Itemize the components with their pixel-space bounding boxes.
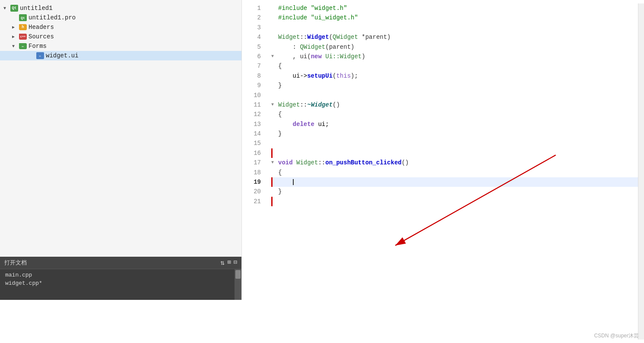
code-line-18: { [271,168,638,177]
code-line-1: #include "widget.h" [271,3,638,13]
ln-11: 11 [242,100,261,110]
ln-1: 1 [242,3,261,13]
open-docs-title: 打开文档 [4,259,27,267]
code-editor: 1 2 3 4 5 6 7 8 9 10 11 12 13 14 15 16 1… [242,0,644,343]
forms-folder-icon [19,43,27,49]
ln-10: 10 [242,91,261,100]
ui-file-icon: ✏ [36,52,44,59]
code-line-4: Widget::Widget(QWidget *parent) [271,32,638,42]
ln-5: 5 [242,42,261,52]
open-docs-header: 打开文档 ⇅ ⊞ ⊟ [0,257,241,269]
sources-folder-icon [19,34,27,40]
ln-21: 21 [242,197,261,206]
tree-item-root[interactable]: ▼ Qt untitled1 [0,3,241,13]
code-line-21 [271,197,638,206]
ln-7: 7 [242,61,261,71]
tree-item-headers[interactable]: ▶ Headers [0,22,241,32]
docs-scroll-thumb[interactable] [235,270,241,279]
ln-17: 17 [242,158,261,167]
panel-grid-btn[interactable]: ⊞ [227,258,231,267]
code-line-7: { [271,61,638,71]
ln-9: 9 [242,81,261,90]
watermark: CSDN @super沐芸 [594,332,639,340]
widget-ui-label: widget.ui [46,52,79,59]
code-content[interactable]: #include "widget.h" #include "ui_widget.… [268,3,638,340]
code-line-2: #include "ui_widget.h" [271,13,638,22]
fold-11[interactable]: ▼ [271,101,278,108]
arrow-sources: ▶ [12,34,19,39]
arrow-forms: ▼ [12,44,19,49]
fold-17[interactable]: ▼ [271,159,278,166]
code-line-3 [271,23,638,32]
arrow-headers: ▶ [12,25,19,30]
ln-12: 12 [242,110,261,119]
open-docs-content: main.cpp widget.cpp* [0,269,241,300]
red-bar-19 [271,177,273,187]
ln-18: 18 [242,168,261,177]
code-line-14: } [271,129,638,138]
doc-item-main[interactable]: main.cpp [3,271,231,279]
code-line-20: } [271,187,638,196]
file-tree: ▼ Qt untitled1 Qt untitled1.pro ▶ Header… [0,0,241,257]
sources-label: Sources [29,33,54,40]
headers-label: Headers [29,24,54,31]
doc-item-widget[interactable]: widget.cpp* [3,279,231,287]
red-bar-16 [271,148,273,158]
editor-scrollbar[interactable] [638,3,644,340]
ln-15: 15 [242,138,261,148]
code-line-10 [271,91,638,100]
arrow-widget-ui [29,53,36,58]
code-line-19[interactable] [271,177,638,187]
fold-6[interactable]: ▼ [271,53,278,60]
open-docs-list: main.cpp widget.cpp* [0,269,235,300]
ln-19: 19 [242,177,261,187]
panel-close-btn[interactable]: ⊟ [234,258,237,267]
pro-icon: Qt [19,14,27,21]
doc-label-main: main.cpp [5,272,32,278]
tree-item-widget-ui[interactable]: ✏ widget.ui [0,51,241,60]
sidebar: ▼ Qt untitled1 Qt untitled1.pro ▶ Header… [0,0,242,300]
doc-label-widget: widget.cpp* [5,280,42,286]
tree-item-sources[interactable]: ▶ Sources [0,32,241,41]
ln-4: 4 [242,32,261,42]
arrow-pro [12,16,19,20]
code-line-6: ▼ , ui(new Ui::Widget) [271,52,638,61]
code-line-15 [271,138,638,148]
code-line-5: : QWidget(parent) [271,42,638,52]
panel-controls: ⇅ ⊞ ⊟ [220,258,237,267]
tree-item-forms[interactable]: ▼ Forms [0,41,241,51]
code-line-17: ▼ void Widget::on_pushButton_clicked() [271,158,638,167]
ln-14: 14 [242,129,261,138]
forms-label: Forms [29,43,47,50]
code-line-9: } [271,81,638,90]
arrow-root: ▼ [3,6,10,11]
ln-6: 6 [242,52,261,61]
code-line-12: { [271,110,638,119]
root-label: untitled1 [20,5,53,12]
line-numbers: 1 2 3 4 5 6 7 8 9 10 11 12 13 14 15 16 1… [242,3,268,340]
code-line-13: delete ui; [271,120,638,129]
ln-3: 3 [242,23,261,32]
ln-13: 13 [242,120,261,129]
ln-16: 16 [242,148,261,158]
ln-8: 8 [242,71,261,81]
ln-20: 20 [242,187,261,196]
pro-label: untitled1.pro [29,14,76,21]
code-line-16 [271,148,638,158]
panel-sort-btn[interactable]: ⇅ [220,258,225,267]
headers-folder-icon [19,24,27,30]
red-bar-21 [271,197,273,206]
project-icon: Qt [10,5,18,12]
code-line-8: ui->setupUi(this); [271,71,638,81]
open-docs-panel: 打开文档 ⇅ ⊞ ⊟ main.cpp widget.cpp* [0,257,241,300]
ln-2: 2 [242,13,261,22]
docs-scrollbar[interactable] [235,269,241,300]
editor-content: 1 2 3 4 5 6 7 8 9 10 11 12 13 14 15 16 1… [242,0,644,343]
code-line-11: ▼ Widget::~Widget() [271,100,638,110]
tree-item-pro[interactable]: Qt untitled1.pro [0,13,241,22]
text-cursor [293,179,294,185]
